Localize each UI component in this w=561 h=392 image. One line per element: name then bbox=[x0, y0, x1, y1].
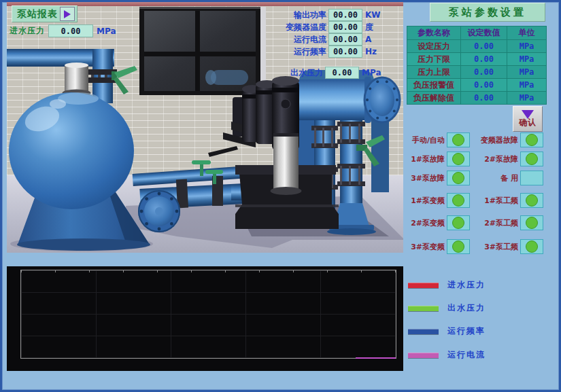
status-indicator bbox=[447, 152, 470, 166]
legend-color-swatch bbox=[408, 283, 439, 288]
lamp-icon bbox=[526, 153, 538, 165]
metric-value: 00.00 bbox=[328, 9, 362, 21]
metric-value: 00.00 bbox=[328, 21, 362, 33]
metric-unit: KW bbox=[365, 10, 381, 20]
param-value-field[interactable]: 0.00 bbox=[461, 79, 507, 92]
table-row: 负压报警值 0.00 MPa bbox=[407, 79, 547, 92]
param-name: 压力上限 bbox=[407, 66, 461, 79]
current-trace bbox=[356, 357, 396, 359]
play-icon bbox=[64, 10, 71, 18]
status-indicator bbox=[447, 215, 470, 230]
param-value-field[interactable]: 0.00 bbox=[461, 40, 507, 53]
confirm-button[interactable]: 确认 bbox=[513, 106, 543, 132]
settings-panel-title: 泵站参数设置 bbox=[430, 3, 545, 22]
param-unit: MPa bbox=[507, 53, 547, 66]
legend-color-swatch bbox=[408, 329, 439, 334]
inlet-pressure-readout: 进水压力 0.00 MPa bbox=[10, 24, 116, 37]
status-indicator bbox=[447, 132, 470, 147]
legend-item: 出水压力 bbox=[408, 302, 486, 314]
status-label: 备 用 bbox=[473, 173, 518, 183]
status-indicator bbox=[520, 239, 543, 254]
param-unit: MPa bbox=[507, 40, 547, 53]
status-label: 3#泵工频 bbox=[473, 242, 518, 252]
outlet-pressure-readout: 出水压力 0.00 MPa bbox=[241, 67, 381, 79]
col-header-name: 参数名称 bbox=[407, 26, 461, 40]
lamp-icon bbox=[526, 217, 538, 229]
metric-label: 变频器温度 bbox=[245, 22, 326, 33]
status-label: 3#泵故障 bbox=[403, 173, 445, 183]
pump-station-3d-view: 泵站报表 进水压力 0.00 MPa 输出功率 00.00 KW 变频器温度 0… bbox=[7, 2, 403, 253]
lamp-icon bbox=[526, 134, 538, 146]
lamp-icon bbox=[452, 217, 464, 229]
metric-row: 输出功率 00.00 KW bbox=[245, 9, 381, 21]
status-indicator bbox=[447, 171, 470, 185]
outlet-pressure-unit: MPa bbox=[362, 68, 381, 77]
param-name: 负压报警值 bbox=[407, 79, 461, 92]
table-row: 负压解除值 0.00 MPa bbox=[407, 92, 547, 105]
metric-row: 变频器温度 00.00 度 bbox=[245, 21, 373, 33]
inlet-pressure-unit: MPa bbox=[97, 26, 116, 36]
status-label: 1#泵工频 bbox=[473, 196, 518, 206]
status-indicator bbox=[447, 239, 470, 254]
status-row: 2#泵变频 2#泵工频 bbox=[403, 215, 547, 231]
status-indicator bbox=[520, 193, 543, 208]
status-row: 手动/自动 变频器故障 bbox=[403, 132, 547, 148]
table-row: 压力上限 0.00 MPa bbox=[407, 66, 547, 79]
status-label: 1#泵故障 bbox=[403, 154, 445, 164]
metric-value: 00.00 bbox=[328, 46, 362, 58]
metric-row: 运行电流 00.00 A bbox=[245, 33, 371, 46]
parameter-table-header: 参数名称 设定数值 单位 bbox=[407, 26, 547, 40]
param-name: 设定压力 bbox=[407, 40, 461, 53]
param-value-field[interactable]: 0.00 bbox=[461, 66, 507, 79]
status-row: 1#泵变频 1#泵工频 bbox=[403, 192, 547, 209]
legend-label: 出水压力 bbox=[447, 302, 486, 314]
lamp-icon bbox=[526, 240, 538, 253]
metric-unit: 度 bbox=[365, 22, 373, 33]
status-label: 2#泵故障 bbox=[473, 154, 518, 164]
metric-label: 运行频率 bbox=[245, 46, 326, 58]
status-indicator bbox=[520, 171, 543, 185]
inlet-pressure-value: 0.00 bbox=[48, 24, 93, 37]
legend-label: 运行电流 bbox=[447, 349, 486, 361]
hmi-pump-station-screen: 泵站报表 进水压力 0.00 MPa 输出功率 00.00 KW 变频器温度 0… bbox=[0, 0, 561, 392]
trend-plot-area bbox=[20, 270, 396, 359]
report-button[interactable]: 泵站报表 bbox=[12, 5, 78, 22]
legend-item: 运行电流 bbox=[408, 349, 486, 361]
param-unit: MPa bbox=[507, 79, 547, 92]
outlet-pressure-value: 0.00 bbox=[325, 67, 359, 79]
axis-ticks bbox=[21, 270, 396, 272]
lamp-icon bbox=[452, 153, 464, 165]
status-label: 1#泵变频 bbox=[403, 196, 445, 206]
legend-item: 进水压力 bbox=[408, 279, 486, 291]
report-button-label: 泵站报表 bbox=[17, 8, 58, 20]
col-header-unit: 单位 bbox=[507, 26, 547, 40]
status-label: 2#泵变频 bbox=[403, 218, 445, 228]
status-indicator bbox=[447, 193, 470, 208]
param-value-field[interactable]: 0.00 bbox=[461, 92, 507, 105]
status-label: 变频器故障 bbox=[473, 135, 518, 145]
metric-label: 运行电流 bbox=[245, 34, 326, 46]
status-row: 1#泵故障 2#泵故障 bbox=[403, 151, 547, 167]
table-row: 设定压力 0.00 MPa bbox=[407, 40, 547, 53]
legend-label: 运行频率 bbox=[447, 325, 486, 337]
param-name: 压力下限 bbox=[407, 53, 461, 66]
table-row: 压力下限 0.00 MPa bbox=[407, 53, 547, 66]
legend-color-swatch bbox=[408, 306, 439, 311]
legend-label: 进水压力 bbox=[447, 279, 486, 291]
lamp-icon bbox=[452, 194, 464, 207]
status-label: 手动/自动 bbox=[403, 135, 445, 145]
param-unit: MPa bbox=[507, 66, 547, 79]
inlet-pressure-label: 进水压力 bbox=[10, 25, 45, 37]
legend-item: 运行频率 bbox=[408, 325, 486, 337]
legend-color-swatch bbox=[408, 353, 439, 358]
pressure-tank bbox=[9, 92, 150, 251]
param-value-field[interactable]: 0.00 bbox=[461, 53, 507, 66]
param-unit: MPa bbox=[507, 92, 547, 105]
metric-label: 输出功率 bbox=[245, 10, 326, 21]
report-open-button[interactable] bbox=[60, 7, 75, 21]
outlet-pressure-label: 出水压力 bbox=[241, 67, 323, 79]
lamp-icon bbox=[452, 134, 464, 146]
pump-barrel bbox=[271, 133, 302, 195]
metric-unit: A bbox=[365, 35, 371, 44]
confirm-button-label: 确认 bbox=[519, 117, 537, 128]
